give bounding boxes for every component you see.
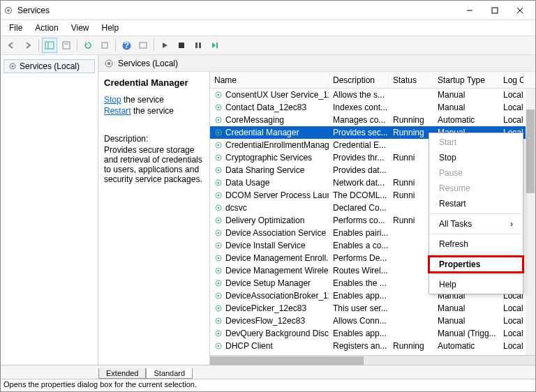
restart-button[interactable] xyxy=(207,38,223,53)
vertical-scrollbar[interactable] xyxy=(526,89,535,355)
gear-icon xyxy=(8,62,17,70)
svg-rect-6 xyxy=(45,42,54,49)
show-hide-tree-button[interactable] xyxy=(42,38,57,53)
minimize-button[interactable] xyxy=(457,2,482,19)
menu-help[interactable]: Help xyxy=(96,22,125,34)
console-button[interactable] xyxy=(135,38,151,53)
ctx-stop[interactable]: Stop xyxy=(429,150,523,165)
svg-rect-15 xyxy=(195,43,198,48)
svg-text:?: ? xyxy=(124,41,128,50)
stop-link[interactable]: Stop xyxy=(104,95,121,105)
svg-point-35 xyxy=(218,169,220,172)
col-status[interactable]: Status xyxy=(389,72,433,88)
back-button[interactable] xyxy=(3,38,19,53)
right-header: Services (Local) xyxy=(98,55,535,72)
svg-point-43 xyxy=(218,220,220,222)
help-button[interactable]: ? xyxy=(119,38,134,53)
svg-point-45 xyxy=(218,232,220,234)
svg-point-61 xyxy=(218,333,220,335)
titlebar[interactable]: Services xyxy=(1,1,535,20)
svg-point-59 xyxy=(218,320,220,322)
desc-heading: Description: xyxy=(104,134,204,144)
gear-icon xyxy=(3,6,13,15)
svg-rect-13 xyxy=(140,43,147,48)
service-row[interactable]: Contact Data_12ec83Indexes cont...Manual… xyxy=(210,101,535,114)
maximize-button[interactable] xyxy=(482,2,507,19)
tree-services-local[interactable]: Services (Local) xyxy=(3,59,95,73)
col-logon[interactable]: Log On As xyxy=(499,72,524,88)
tree-pane: Services (Local) xyxy=(1,55,98,365)
horizontal-scrollbar[interactable] xyxy=(210,355,535,365)
scroll-thumb[interactable] xyxy=(526,110,535,193)
tree-item-label: Services (Local) xyxy=(20,61,80,71)
svg-rect-17 xyxy=(216,43,218,48)
detail-pane: Credential Manager Stop the service Rest… xyxy=(98,72,210,365)
svg-point-27 xyxy=(218,119,220,121)
svg-point-33 xyxy=(218,157,220,159)
ctx-all-tasks[interactable]: All Tasks› xyxy=(429,216,523,232)
window-title: Services xyxy=(17,6,457,15)
svg-rect-10 xyxy=(102,43,107,48)
col-startup[interactable]: Startup Type xyxy=(433,72,499,88)
service-row[interactable]: CoreMessagingManages co...RunningAutomat… xyxy=(210,114,535,126)
svg-point-41 xyxy=(218,207,220,209)
svg-point-49 xyxy=(218,257,220,259)
view-tabs: Extended Standard xyxy=(1,365,535,379)
chevron-right-icon: › xyxy=(510,219,513,229)
refresh-button[interactable] xyxy=(80,38,96,53)
svg-point-51 xyxy=(218,270,220,272)
ctx-help[interactable]: Help xyxy=(429,277,523,292)
svg-point-47 xyxy=(218,245,220,247)
tab-extended[interactable]: Extended xyxy=(98,368,146,379)
svg-rect-3 xyxy=(492,8,498,13)
pause-button[interactable] xyxy=(191,38,206,53)
svg-point-55 xyxy=(218,295,220,297)
service-row[interactable]: DevicePicker_12ec83This user ser...Manua… xyxy=(210,302,535,315)
forward-button[interactable] xyxy=(20,38,36,53)
menu-view[interactable]: View xyxy=(66,22,95,34)
scroll-thumb[interactable] xyxy=(210,356,364,365)
ctx-properties[interactable]: Properties xyxy=(429,257,523,272)
tab-standard[interactable]: Standard xyxy=(146,368,193,379)
ctx-all-tasks-label: All Tasks xyxy=(439,219,472,229)
svg-point-63 xyxy=(218,345,220,347)
service-row[interactable]: DHCP ClientRegisters an...RunningAutomat… xyxy=(210,340,535,352)
stop-suffix: the service xyxy=(121,95,164,105)
col-description[interactable]: Description xyxy=(329,72,389,88)
svg-point-29 xyxy=(218,132,220,134)
service-row[interactable]: DevicesFlow_12ec83Allows Conn...ManualLo… xyxy=(210,315,535,327)
close-button[interactable] xyxy=(507,2,533,19)
svg-point-37 xyxy=(218,182,220,184)
play-button[interactable] xyxy=(157,38,172,53)
svg-point-19 xyxy=(12,66,14,68)
menu-action[interactable]: Action xyxy=(29,22,64,34)
restart-suffix: the service xyxy=(131,106,174,116)
svg-point-21 xyxy=(107,62,110,65)
svg-point-23 xyxy=(218,94,220,96)
menubar: File Action View Help xyxy=(1,20,535,36)
right-header-title: Services (Local) xyxy=(118,59,178,68)
svg-point-53 xyxy=(218,282,220,285)
properties-toolbar-button[interactable] xyxy=(59,38,74,53)
svg-rect-8 xyxy=(63,42,70,49)
toolbar: ? xyxy=(1,36,535,55)
service-row[interactable]: ConsentUX User Service_12e...Allows the … xyxy=(210,89,535,101)
svg-rect-14 xyxy=(179,43,184,48)
svg-point-1 xyxy=(7,9,10,12)
desc-body: Provides secure storage and retrieval of… xyxy=(104,145,204,184)
restart-link[interactable]: Restart xyxy=(104,106,131,116)
ctx-restart[interactable]: Restart xyxy=(429,196,523,211)
stop-button[interactable] xyxy=(174,38,189,53)
col-name[interactable]: Name xyxy=(210,72,329,88)
ctx-refresh[interactable]: Refresh xyxy=(429,236,523,252)
ctx-resume: Resume xyxy=(429,181,523,196)
menu-file[interactable]: File xyxy=(3,22,28,34)
service-row[interactable]: DevQuery Background Disc...Enables app..… xyxy=(210,327,535,340)
export-button[interactable] xyxy=(97,38,112,53)
status-bar: Opens the properties dialog box for the … xyxy=(1,379,535,391)
context-menu: Start Stop Pause Resume Restart All Task… xyxy=(429,133,523,294)
svg-point-25 xyxy=(218,107,220,109)
svg-rect-16 xyxy=(199,43,201,48)
svg-point-39 xyxy=(218,195,220,197)
gear-icon xyxy=(104,59,114,68)
